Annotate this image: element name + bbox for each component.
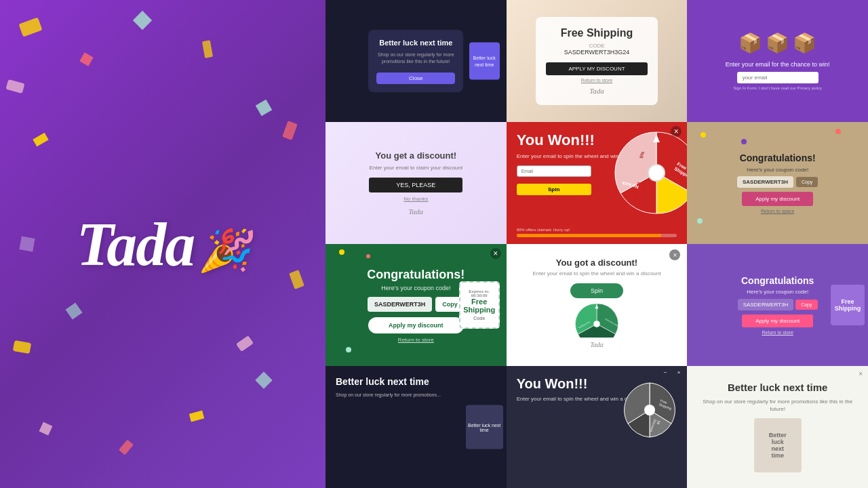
confetti-dot xyxy=(697,218,703,224)
code-footer: Code xyxy=(473,316,486,321)
discount-subtitle: Enter your email to claim your discount xyxy=(369,165,462,171)
close-icon[interactable]: × xyxy=(669,249,680,260)
privacy-text: Sign In Form: I don't have read our Priv… xyxy=(733,86,822,90)
confetti-decoration xyxy=(282,121,298,140)
email-input[interactable] xyxy=(737,72,818,83)
won-title: You Won!!! xyxy=(517,132,595,148)
minimize-icon[interactable]: − xyxy=(664,369,667,375)
popup-body: Shop on our store regularly for more pro… xyxy=(376,52,455,65)
expires-label: Expires in: 00:30:00 xyxy=(460,289,498,298)
spin-wheel: Free Shipping 5$ Discount xyxy=(619,380,680,443)
popup-preview-discount-offer[interactable]: You get a discount! Enter your email to … xyxy=(326,122,507,244)
congratulations-title: Congratulations xyxy=(741,275,814,286)
popup-preview-spin-won-dark[interactable]: − × You Won!!! Enter your email to spin … xyxy=(507,366,688,488)
close-icon[interactable]: × xyxy=(859,370,863,378)
yes-please-button[interactable]: YES, PLEASE xyxy=(369,178,462,192)
confetti-decoration xyxy=(33,133,48,146)
close-icon[interactable]: × xyxy=(677,369,681,375)
popup-box: Better luck next time Shop on our store … xyxy=(368,30,463,92)
popup-preview-congratulations-beige[interactable]: Congratulations! Here's your coupon code… xyxy=(687,122,868,244)
package-icon-2: 📦 xyxy=(766,32,789,54)
shipping-popup: Free Shipping CODE SASDERWERT3H3G24 APPL… xyxy=(536,17,658,105)
tada-brand-4: Tada xyxy=(409,207,424,216)
confetti-decoration xyxy=(189,411,204,422)
shipping-title: Free Shipping xyxy=(546,27,648,39)
coupon-subtitle: Here's your coupon code! xyxy=(747,289,808,295)
confetti-dot xyxy=(701,132,706,138)
coupon-row: SASDERWERT3H Copy xyxy=(737,176,818,188)
coupon-code: SASDERWERT3H xyxy=(738,299,793,310)
code-value: SASDERWERT3H3G24 xyxy=(546,49,648,56)
confetti-decoration xyxy=(13,340,31,354)
popup-preview-better-luck-dark[interactable]: Better luck next time Shop on our store … xyxy=(326,0,507,122)
offer-text: 90% offers claimed. Hurry up! xyxy=(517,228,570,232)
popup-preview-spin-won-red[interactable]: × You Won!!! Enter your email to spin th… xyxy=(507,122,688,244)
popup-preview-better-luck-light[interactable]: × Better luck next time Shop on our stor… xyxy=(687,366,868,488)
better-luck-title: Better luck next time xyxy=(728,382,828,394)
ticket-text: FreeShipping xyxy=(835,298,861,312)
popup-preview-email-capture[interactable]: 📦 📦 📦 Enter your email for the chance to… xyxy=(687,0,868,122)
no-thanks-link[interactable]: No thanks xyxy=(403,196,428,202)
spin-wheel-half: Astronomy 30% Free Shipping xyxy=(563,304,631,338)
coupon-row: SASDERWERT3H Copy xyxy=(368,297,465,312)
coupon-subtitle: Here's your coupon code! xyxy=(381,285,450,291)
popup-preview-congratulations-green[interactable]: × Congratulations! Here's your coupon co… xyxy=(326,244,507,366)
coupon-ticket: Betterlucknexttime xyxy=(754,418,802,472)
package-icon-3: 📦 xyxy=(793,32,816,54)
confetti-decoration xyxy=(255,371,272,388)
popup-preview-better-luck-dark2[interactable]: Better luck next time Shop on our store … xyxy=(326,366,507,488)
popup-preview-congratulations-purple[interactable]: Congratulations Here's your coupon code!… xyxy=(687,244,868,366)
svg-point-6 xyxy=(648,165,665,181)
box-icons: 📦 📦 📦 xyxy=(738,32,816,54)
return-store-link[interactable]: Return to space xyxy=(761,209,794,214)
won-title: You Won!!! xyxy=(517,376,588,391)
return-link[interactable]: Return to store xyxy=(546,78,648,83)
confetti-decoration xyxy=(289,270,304,289)
popup-grid: Better luck next time Shop on our store … xyxy=(326,0,868,488)
apply-discount-button[interactable]: Apply my discount xyxy=(742,192,813,206)
copy-button[interactable]: Copy xyxy=(795,300,817,310)
popup-preview-discount-wheel-white[interactable]: × You got a discount! Enter your email t… xyxy=(507,244,688,366)
close-button[interactable]: Close xyxy=(376,73,455,84)
party-icon: 🎉 xyxy=(199,226,249,274)
close-icon[interactable]: × xyxy=(490,248,501,259)
confetti-dot xyxy=(835,129,841,134)
apply-discount-button[interactable]: Apply my discount xyxy=(368,317,464,333)
discount-title: You get a discount! xyxy=(376,150,457,161)
progress-bar xyxy=(517,234,677,237)
apply-discount-button[interactable]: Apply my discount xyxy=(742,314,813,327)
confetti-dot xyxy=(741,139,747,144)
return-store-link[interactable]: Return to store xyxy=(762,330,793,335)
coupon-label: Here's your coupon code! xyxy=(747,167,808,173)
spin-wheel: Free Shipping 5$ Discount No luck 5% xyxy=(612,129,687,217)
spin-button[interactable]: Spin xyxy=(570,283,623,298)
confetti-dot xyxy=(346,347,351,352)
coupon-ticket: FreeShipping xyxy=(831,285,865,325)
confetti-decoration xyxy=(5,79,24,94)
svg-point-12 xyxy=(644,405,655,415)
popup-title: Better luck next time xyxy=(376,38,455,47)
left-panel: Tada🎉 xyxy=(0,0,326,488)
coupon-code: SASDERWERT3H xyxy=(737,176,793,188)
apply-discount-button[interactable]: APPLY MY DISCOUNT xyxy=(546,62,648,75)
return-store-link[interactable]: Return to store xyxy=(398,337,434,343)
code-label: CODE xyxy=(546,43,648,49)
ticket-text: FreeShipping xyxy=(463,298,495,314)
email-field[interactable] xyxy=(517,165,591,177)
discount-subtitle: Enter your email to spin the wheel and w… xyxy=(532,270,660,277)
copy-button[interactable]: Copy xyxy=(796,177,818,187)
confetti-decoration xyxy=(202,40,213,58)
confetti-decoration xyxy=(119,439,134,455)
congratulations-title: Congratulations! xyxy=(740,152,816,163)
popup-preview-free-shipping[interactable]: Free Shipping CODE SASDERWERT3H3G24 APPL… xyxy=(507,0,688,122)
progress-fill xyxy=(517,234,661,237)
package-icon: 📦 xyxy=(738,32,762,54)
coupon-thumbnail: Better luck next time xyxy=(469,43,500,80)
coupon-ticket: Expires in: 00:30:00 FreeShipping Code xyxy=(459,281,500,329)
spin-button[interactable]: Spin xyxy=(517,184,591,195)
confetti-decoration xyxy=(39,422,53,436)
ticket-text: Betterlucknexttime xyxy=(769,432,787,459)
better-luck-title: Better luck next time xyxy=(336,376,429,388)
svg-point-8 xyxy=(593,321,600,327)
discount-title: You got a discount! xyxy=(556,258,637,268)
